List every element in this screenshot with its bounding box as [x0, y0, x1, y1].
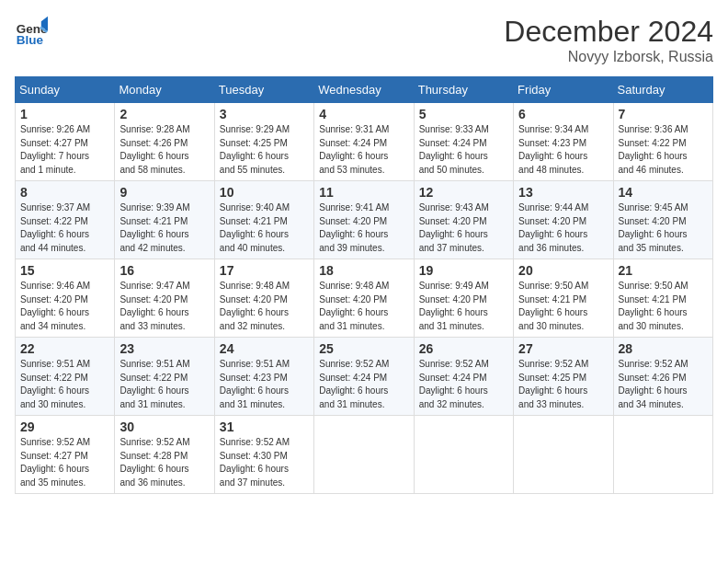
calendar-cell: 1Sunrise: 9:26 AM Sunset: 4:27 PM Daylig…: [16, 103, 115, 181]
day-number: 31: [220, 419, 309, 434]
day-number: 26: [419, 341, 508, 356]
calendar-cell: [414, 416, 513, 494]
day-number: 1: [20, 107, 109, 121]
calendar-cell: [613, 416, 712, 494]
col-header-saturday: Saturday: [613, 77, 712, 103]
day-number: 25: [319, 341, 408, 356]
calendar-cell: 26Sunrise: 9:52 AM Sunset: 4:24 PM Dayli…: [414, 338, 513, 416]
day-number: 7: [619, 107, 708, 121]
day-info: Sunrise: 9:48 AM Sunset: 4:20 PM Dayligh…: [319, 280, 408, 333]
calendar-cell: 9Sunrise: 9:39 AM Sunset: 4:21 PM Daylig…: [115, 181, 214, 259]
calendar-cell: 6Sunrise: 9:34 AM Sunset: 4:23 PM Daylig…: [514, 103, 613, 181]
day-number: 9: [119, 185, 209, 200]
calendar-cell: 8Sunrise: 9:37 AM Sunset: 4:22 PM Daylig…: [16, 181, 115, 259]
calendar-cell: 4Sunrise: 9:31 AM Sunset: 4:24 PM Daylig…: [314, 103, 414, 181]
calendar-week-row: 15Sunrise: 9:46 AM Sunset: 4:20 PM Dayli…: [16, 259, 713, 338]
day-number: 20: [518, 263, 608, 278]
col-header-thursday: Thursday: [414, 77, 513, 103]
col-header-monday: Monday: [115, 77, 214, 103]
day-number: 14: [619, 185, 708, 200]
calendar-cell: 30Sunrise: 9:52 AM Sunset: 4:28 PM Dayli…: [115, 416, 214, 494]
day-info: Sunrise: 9:52 AM Sunset: 4:26 PM Dayligh…: [619, 358, 708, 411]
day-number: 10: [220, 185, 309, 200]
day-number: 24: [220, 341, 309, 356]
day-number: 8: [20, 185, 109, 200]
day-info: Sunrise: 9:44 AM Sunset: 4:20 PM Dayligh…: [518, 201, 608, 255]
calendar-cell: 25Sunrise: 9:52 AM Sunset: 4:24 PM Dayli…: [314, 338, 414, 416]
calendar-cell: 7Sunrise: 9:36 AM Sunset: 4:22 PM Daylig…: [613, 103, 712, 181]
calendar-week-row: 8Sunrise: 9:37 AM Sunset: 4:22 PM Daylig…: [16, 181, 713, 259]
day-number: 17: [220, 263, 309, 278]
day-info: Sunrise: 9:37 AM Sunset: 4:22 PM Dayligh…: [20, 201, 109, 255]
day-number: 27: [518, 341, 608, 356]
day-info: Sunrise: 9:48 AM Sunset: 4:20 PM Dayligh…: [220, 280, 309, 333]
day-info: Sunrise: 9:31 AM Sunset: 4:24 PM Dayligh…: [319, 123, 408, 177]
title-area: December 2024 Novyy Izborsk, Russia: [504, 15, 713, 65]
day-number: 2: [119, 107, 209, 121]
calendar-cell: 20Sunrise: 9:50 AM Sunset: 4:21 PM Dayli…: [514, 259, 613, 338]
logo-icon: General Blue: [15, 15, 48, 48]
day-info: Sunrise: 9:52 AM Sunset: 4:30 PM Dayligh…: [220, 436, 309, 489]
day-info: Sunrise: 9:41 AM Sunset: 4:20 PM Dayligh…: [319, 201, 408, 255]
calendar-cell: 12Sunrise: 9:43 AM Sunset: 4:20 PM Dayli…: [414, 181, 513, 259]
calendar-cell: 23Sunrise: 9:51 AM Sunset: 4:22 PM Dayli…: [115, 338, 214, 416]
day-number: 5: [419, 107, 508, 121]
day-info: Sunrise: 9:50 AM Sunset: 4:21 PM Dayligh…: [619, 280, 708, 333]
day-info: Sunrise: 9:36 AM Sunset: 4:22 PM Dayligh…: [619, 123, 708, 177]
day-info: Sunrise: 9:45 AM Sunset: 4:20 PM Dayligh…: [619, 201, 708, 255]
calendar-cell: 19Sunrise: 9:49 AM Sunset: 4:20 PM Dayli…: [414, 259, 513, 338]
day-number: 16: [119, 263, 209, 278]
day-info: Sunrise: 9:33 AM Sunset: 4:24 PM Dayligh…: [419, 123, 508, 177]
day-number: 13: [518, 185, 608, 200]
calendar-cell: 10Sunrise: 9:40 AM Sunset: 4:21 PM Dayli…: [214, 181, 313, 259]
calendar-cell: 3Sunrise: 9:29 AM Sunset: 4:25 PM Daylig…: [214, 103, 313, 181]
calendar-week-row: 1Sunrise: 9:26 AM Sunset: 4:27 PM Daylig…: [16, 103, 713, 181]
day-info: Sunrise: 9:46 AM Sunset: 4:20 PM Dayligh…: [20, 280, 109, 333]
day-info: Sunrise: 9:52 AM Sunset: 4:25 PM Dayligh…: [518, 358, 608, 411]
calendar-table: SundayMondayTuesdayWednesdayThursdayFrid…: [15, 76, 713, 494]
calendar-cell: 22Sunrise: 9:51 AM Sunset: 4:22 PM Dayli…: [16, 338, 115, 416]
day-info: Sunrise: 9:51 AM Sunset: 4:23 PM Dayligh…: [220, 358, 309, 411]
calendar-cell: 28Sunrise: 9:52 AM Sunset: 4:26 PM Dayli…: [613, 338, 712, 416]
day-number: 30: [119, 419, 209, 434]
calendar-header-row: SundayMondayTuesdayWednesdayThursdayFrid…: [16, 77, 713, 103]
svg-text:Blue: Blue: [17, 33, 44, 47]
calendar-week-row: 29Sunrise: 9:52 AM Sunset: 4:27 PM Dayli…: [16, 416, 713, 494]
col-header-sunday: Sunday: [16, 77, 115, 103]
calendar-cell: 17Sunrise: 9:48 AM Sunset: 4:20 PM Dayli…: [214, 259, 313, 338]
day-info: Sunrise: 9:51 AM Sunset: 4:22 PM Dayligh…: [119, 358, 209, 411]
calendar-cell: 5Sunrise: 9:33 AM Sunset: 4:24 PM Daylig…: [414, 103, 513, 181]
day-info: Sunrise: 9:52 AM Sunset: 4:24 PM Dayligh…: [419, 358, 508, 411]
day-info: Sunrise: 9:49 AM Sunset: 4:20 PM Dayligh…: [419, 280, 508, 333]
calendar-cell: 29Sunrise: 9:52 AM Sunset: 4:27 PM Dayli…: [16, 416, 115, 494]
day-info: Sunrise: 9:43 AM Sunset: 4:20 PM Dayligh…: [419, 201, 508, 255]
calendar-cell: 14Sunrise: 9:45 AM Sunset: 4:20 PM Dayli…: [613, 181, 712, 259]
col-header-tuesday: Tuesday: [214, 77, 313, 103]
calendar-cell: 2Sunrise: 9:28 AM Sunset: 4:26 PM Daylig…: [115, 103, 214, 181]
calendar-cell: 21Sunrise: 9:50 AM Sunset: 4:21 PM Dayli…: [613, 259, 712, 338]
day-info: Sunrise: 9:50 AM Sunset: 4:21 PM Dayligh…: [518, 280, 608, 333]
day-info: Sunrise: 9:39 AM Sunset: 4:21 PM Dayligh…: [119, 201, 209, 255]
day-info: Sunrise: 9:28 AM Sunset: 4:26 PM Dayligh…: [119, 123, 209, 177]
calendar-cell: 15Sunrise: 9:46 AM Sunset: 4:20 PM Dayli…: [16, 259, 115, 338]
day-number: 3: [220, 107, 309, 121]
day-number: 23: [119, 341, 209, 356]
day-info: Sunrise: 9:29 AM Sunset: 4:25 PM Dayligh…: [220, 123, 309, 177]
month-title: December 2024: [504, 15, 713, 49]
day-number: 28: [619, 341, 708, 356]
logo: General Blue: [15, 15, 48, 48]
day-number: 12: [419, 185, 508, 200]
calendar-cell: 18Sunrise: 9:48 AM Sunset: 4:20 PM Dayli…: [314, 259, 414, 338]
calendar-cell: [314, 416, 414, 494]
day-info: Sunrise: 9:51 AM Sunset: 4:22 PM Dayligh…: [20, 358, 109, 411]
calendar-cell: 11Sunrise: 9:41 AM Sunset: 4:20 PM Dayli…: [314, 181, 414, 259]
day-info: Sunrise: 9:34 AM Sunset: 4:23 PM Dayligh…: [518, 123, 608, 177]
day-info: Sunrise: 9:47 AM Sunset: 4:20 PM Dayligh…: [119, 280, 209, 333]
calendar-cell: [514, 416, 613, 494]
day-number: 11: [319, 185, 408, 200]
day-info: Sunrise: 9:26 AM Sunset: 4:27 PM Dayligh…: [20, 123, 109, 177]
day-number: 15: [20, 263, 109, 278]
day-number: 6: [518, 107, 608, 121]
calendar-cell: 24Sunrise: 9:51 AM Sunset: 4:23 PM Dayli…: [214, 338, 313, 416]
day-number: 19: [419, 263, 508, 278]
